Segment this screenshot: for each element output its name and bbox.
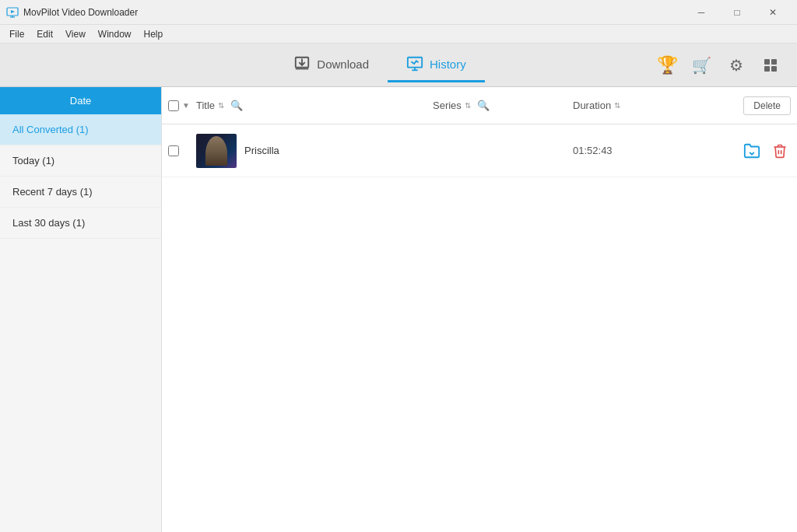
thumbnail-figure: [205, 136, 227, 166]
row-duration: 01:52:43: [573, 145, 713, 156]
row-title-area: Priscilla: [196, 134, 433, 168]
th-series-sort-icon[interactable]: ⇅: [465, 101, 471, 110]
title-bar: MovPilot Video Downloader ─ □ ✕: [0, 0, 797, 25]
th-duration: Duration ⇅: [573, 100, 713, 111]
sort-chevron-icon: ▼: [182, 101, 190, 110]
settings-button[interactable]: ⚙: [722, 51, 750, 79]
window-controls: ─ □ ✕: [683, 0, 791, 25]
cart-icon: 🛒: [692, 56, 711, 75]
close-button[interactable]: ✕: [755, 0, 791, 25]
grid-icon: [763, 58, 778, 73]
toolbar: Download History 🏆 🛒 ⚙: [0, 44, 797, 87]
table-header: ▼ Title ⇅ 🔍 Series ⇅ 🔍 Duration ⇅ Delete: [162, 87, 797, 124]
row-thumbnail: [196, 134, 237, 168]
sidebar-item-recent-7[interactable]: Recent 7 days (1): [0, 177, 161, 208]
th-series-label: Series: [433, 100, 462, 111]
select-all-checkbox[interactable]: [168, 100, 179, 111]
th-title: Title ⇅ 🔍: [196, 100, 433, 111]
app-title: MovPilot Video Downloader: [23, 7, 138, 18]
app-title-area: MovPilot Video Downloader: [6, 6, 138, 19]
delete-button[interactable]: Delete: [743, 96, 791, 115]
gear-icon: ⚙: [729, 56, 743, 75]
row-checkbox-area: [168, 145, 196, 156]
menu-edit[interactable]: Edit: [30, 27, 59, 41]
minimize-button[interactable]: ─: [683, 0, 719, 25]
th-checkbox: ▼: [168, 100, 196, 111]
menu-help[interactable]: Help: [138, 27, 170, 41]
sidebar-header-label: Date: [70, 95, 91, 107]
delete-row-button[interactable]: [769, 140, 791, 162]
toolbar-actions: 🏆 🛒 ⚙: [654, 51, 785, 79]
sidebar-item-last-30-label: Last 30 days (1): [12, 217, 85, 229]
sidebar: Date All Converted (1) Today (1) Recent …: [0, 87, 162, 532]
th-title-sort-icon[interactable]: ⇅: [218, 101, 224, 110]
trophy-button[interactable]: 🏆: [654, 51, 682, 79]
tab-history[interactable]: History: [388, 47, 485, 82]
grid-button[interactable]: [757, 51, 785, 79]
menu-window[interactable]: Window: [92, 27, 138, 41]
row-checkbox[interactable]: [168, 145, 179, 156]
folder-open-icon: [743, 142, 760, 159]
cart-button[interactable]: 🛒: [688, 51, 716, 79]
sidebar-item-today-label: Today (1): [12, 155, 54, 166]
tab-download-label: Download: [317, 58, 369, 71]
tab-download[interactable]: Download: [275, 47, 388, 82]
sidebar-item-all-converted-label: All Converted (1): [12, 124, 89, 135]
sidebar-item-all-converted[interactable]: All Converted (1): [0, 114, 161, 145]
sidebar-item-recent-7-label: Recent 7 days (1): [12, 186, 93, 198]
row-duration-text: 01:52:43: [573, 145, 613, 156]
th-title-search-icon[interactable]: 🔍: [230, 100, 243, 111]
content-area: ▼ Title ⇅ 🔍 Series ⇅ 🔍 Duration ⇅ Delete: [162, 87, 797, 532]
sidebar-item-today[interactable]: Today (1): [0, 145, 161, 177]
svg-rect-13: [771, 66, 777, 72]
menu-file[interactable]: File: [3, 27, 30, 41]
app-icon: [6, 6, 19, 19]
thumbnail-image: [196, 134, 237, 168]
svg-rect-10: [764, 59, 770, 65]
sidebar-header: Date: [0, 87, 161, 114]
svg-rect-12: [764, 66, 770, 72]
table-row: Priscilla 01:52:43: [162, 124, 797, 177]
th-duration-label: Duration: [573, 100, 611, 111]
th-series-search-icon[interactable]: 🔍: [477, 100, 490, 111]
trophy-icon: 🏆: [657, 55, 678, 75]
download-icon: [293, 55, 311, 72]
maximize-button[interactable]: □: [719, 0, 755, 25]
trash-icon: [772, 143, 788, 159]
th-title-label: Title: [196, 100, 215, 111]
monitor-icon: [406, 55, 423, 72]
th-actions: Delete: [713, 96, 791, 115]
toolbar-tabs: Download History: [275, 47, 484, 82]
main-content: Date All Converted (1) Today (1) Recent …: [0, 87, 797, 532]
menu-bar: File Edit View Window Help: [0, 25, 797, 44]
sidebar-item-last-30[interactable]: Last 30 days (1): [0, 208, 161, 239]
tab-history-label: History: [430, 58, 466, 71]
row-title-text: Priscilla: [244, 145, 279, 156]
row-actions: [713, 140, 791, 162]
th-duration-sort-icon[interactable]: ⇅: [614, 101, 620, 110]
menu-view[interactable]: View: [59, 27, 92, 41]
svg-marker-3: [11, 10, 15, 13]
open-folder-button[interactable]: [741, 140, 763, 162]
svg-rect-11: [771, 59, 777, 65]
th-series: Series ⇅ 🔍: [433, 100, 573, 111]
